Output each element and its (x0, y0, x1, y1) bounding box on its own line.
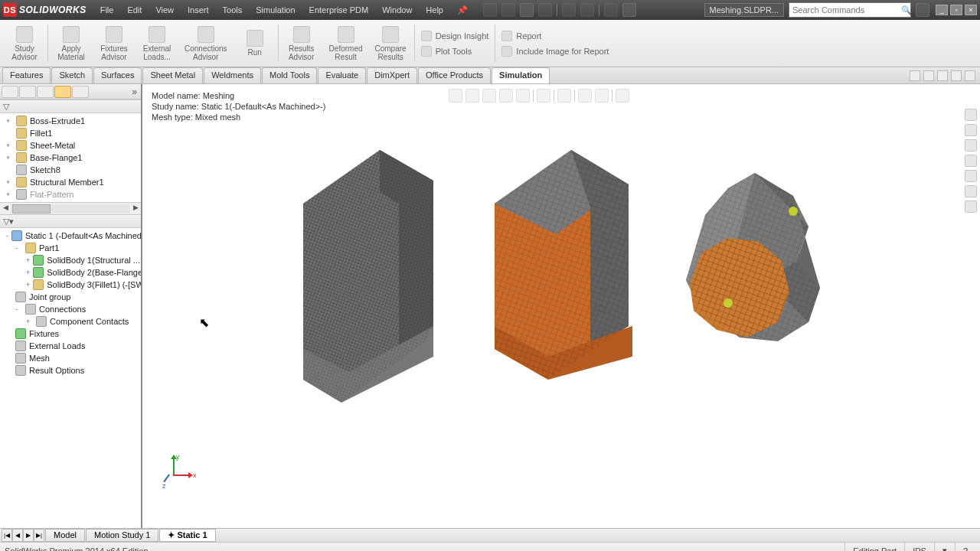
study-filter-bar[interactable]: ▽▾ (0, 214, 141, 228)
scroll-left-icon[interactable]: ◀ (0, 204, 11, 214)
tab-features[interactable]: Features (2, 67, 51, 83)
custom-props-icon[interactable] (965, 185, 977, 197)
rebuild-icon[interactable] (604, 3, 618, 17)
search-icon[interactable]: 🔍 (901, 5, 912, 15)
study-item[interactable]: Joint group (0, 291, 141, 303)
tree-item[interactable]: +Structural Member1 (0, 176, 141, 188)
study-item[interactable]: Result Options (0, 364, 141, 377)
zoom-fit-icon[interactable] (449, 89, 462, 103)
h-scrollbar[interactable]: ◀▶ (0, 202, 141, 214)
scroll-right-icon[interactable]: ▶ (130, 204, 141, 214)
tab-simulation[interactable]: Simulation (492, 67, 550, 83)
tab-motion-study[interactable]: Motion Study 1 (86, 529, 158, 542)
view-settings-icon[interactable] (616, 89, 629, 103)
study-root[interactable]: -Static 1 (-Default<As Machined>-) (0, 230, 141, 242)
tab-evaluate[interactable]: Evaluate (318, 67, 366, 83)
tab-sheetmetal[interactable]: Sheet Metal (142, 67, 203, 83)
close-icon[interactable]: × (965, 5, 977, 15)
menu-edit[interactable]: Edit (121, 3, 148, 18)
menu-view[interactable]: View (149, 3, 180, 18)
study-body[interactable]: +SolidBody 3(Fillet1) (-[SW] (0, 279, 141, 291)
tab-surfaces[interactable]: Surfaces (93, 67, 142, 83)
study-body[interactable]: +SolidBody 1(Structural ... (0, 254, 141, 266)
vp-restore-icon[interactable] (951, 70, 962, 81)
external-loads-button[interactable]: External Loads... (136, 20, 178, 67)
filter-bar[interactable]: ▽ (0, 99, 141, 113)
config-tab-icon[interactable] (37, 86, 54, 98)
include-image-button[interactable]: Include Image for Report (501, 44, 609, 58)
graphics-viewport[interactable]: Model name: Meshing Study name: Static 1… (142, 84, 980, 528)
tab-sketch[interactable]: Sketch (51, 67, 93, 83)
search-commands[interactable]: 🔍 (789, 2, 911, 18)
study-item[interactable]: -Connections (0, 303, 141, 315)
appearances-icon[interactable] (965, 170, 977, 182)
scene-icon[interactable] (595, 89, 609, 103)
new-icon[interactable] (483, 3, 497, 17)
compare-results-button[interactable]: Compare Results (369, 20, 413, 67)
tab-static-1[interactable]: ✦ Static 1 (159, 529, 215, 542)
study-item[interactable]: External Loads (0, 340, 141, 352)
dimxpert-tab-icon[interactable] (54, 86, 71, 98)
tree-item[interactable]: +Base-Flange1 (0, 152, 141, 164)
vp-minimize-icon[interactable] (937, 70, 948, 81)
file-explorer-icon[interactable] (965, 139, 977, 152)
vp-close-icon[interactable] (965, 70, 975, 81)
save-icon[interactable] (520, 3, 534, 17)
resources-tab-icon[interactable] (965, 109, 977, 121)
tree-item[interactable]: +Sheet-Metal (0, 139, 141, 152)
design-library-icon[interactable] (965, 124, 977, 136)
design-insight-button[interactable]: Design Insight (421, 29, 489, 43)
scroll-thumb[interactable] (12, 204, 51, 214)
tab-dimxpert[interactable]: DimXpert (367, 67, 417, 83)
view-palette-icon[interactable] (965, 155, 977, 167)
study-body[interactable]: +SolidBody 2(Base-Flange1... (0, 266, 141, 279)
connections-advisor-button[interactable]: Connections Advisor (178, 20, 234, 67)
restore-icon[interactable]: ▫ (950, 5, 962, 15)
tab-office[interactable]: Office Products (418, 67, 491, 83)
status-flag-icon[interactable]: ▾ (934, 543, 955, 551)
run-button[interactable]: Run (234, 20, 276, 67)
tab-next-icon[interactable]: ▶ (23, 529, 34, 542)
study-item[interactable]: Fixtures (0, 328, 141, 340)
options-icon[interactable] (622, 3, 636, 17)
document-name[interactable]: Meshing.SLDPR... (704, 3, 784, 17)
open-icon[interactable] (501, 3, 515, 17)
deformed-result-button[interactable]: Deformed Result (323, 20, 369, 67)
status-units[interactable]: IPS (904, 543, 934, 551)
study-part[interactable]: -Part1 (0, 242, 141, 254)
menu-insert[interactable]: Insert (181, 3, 215, 18)
tree-item[interactable]: +Flat-Pattern (0, 188, 141, 201)
tab-model[interactable]: Model (45, 529, 85, 542)
tab-first-icon[interactable]: |◀ (2, 529, 12, 542)
study-item[interactable]: +Component Contacts (0, 315, 141, 328)
search-input[interactable] (789, 5, 901, 15)
vp-ctrl-icon[interactable] (910, 70, 920, 81)
property-tab-icon[interactable] (19, 86, 36, 98)
print-icon[interactable] (538, 3, 552, 17)
prev-view-icon[interactable] (482, 89, 496, 103)
minimize-icon[interactable]: _ (936, 5, 948, 15)
section-icon[interactable] (499, 89, 513, 103)
menu-simulation[interactable]: Simulation (250, 3, 301, 18)
status-help-icon[interactable]: ? (955, 543, 975, 551)
tab-prev-icon[interactable]: ◀ (12, 529, 23, 542)
undo-icon[interactable] (562, 3, 576, 17)
vp-ctrl-icon[interactable] (923, 70, 934, 81)
tab-weldments[interactable]: Weldments (204, 67, 261, 83)
view-orient-icon[interactable] (516, 89, 530, 103)
results-advisor-button[interactable]: Results Advisor (280, 20, 323, 67)
menu-pin-icon[interactable]: 📌 (451, 3, 474, 18)
tree-item[interactable]: Fillet1 (0, 127, 141, 139)
menu-file[interactable]: File (94, 3, 120, 18)
tab-last-icon[interactable]: ▶| (34, 529, 44, 542)
display-tab-icon[interactable] (72, 86, 89, 98)
tree-item[interactable]: Sketch8 (0, 164, 141, 176)
plot-tools-button[interactable]: Plot Tools (421, 44, 489, 58)
redo-icon[interactable] (580, 3, 594, 17)
appearance-icon[interactable] (578, 89, 592, 103)
menu-epdm[interactable]: Enterprise PDM (303, 3, 375, 18)
display-style-icon[interactable] (537, 89, 550, 103)
apply-material-button[interactable]: Apply Material (50, 20, 93, 67)
feature-tree-tab-icon[interactable] (2, 86, 18, 98)
fixtures-advisor-button[interactable]: Fixtures Advisor (93, 20, 136, 67)
